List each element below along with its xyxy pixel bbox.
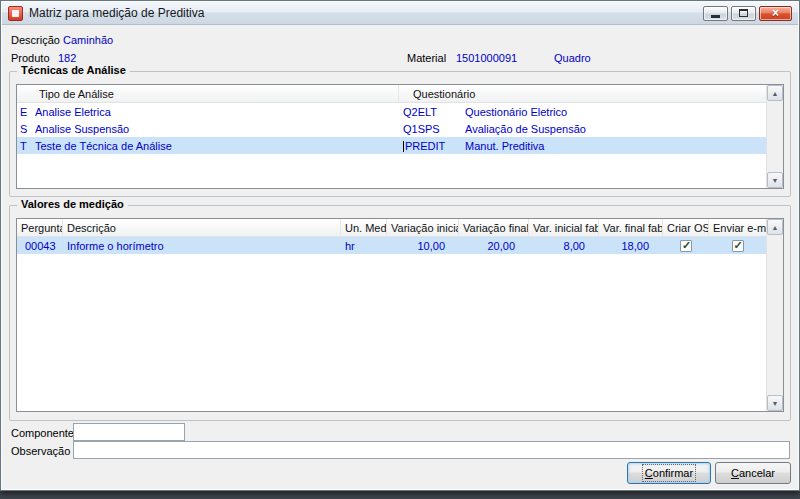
cell-variacao-inicial[interactable]: 10,00 [387,240,459,252]
column-header-var-inicial-fab[interactable]: Var. inicial fab. [529,219,599,237]
componente-input[interactable] [73,423,185,441]
cell-questionario-descricao[interactable]: Manut. Preditiva [461,140,766,152]
window-title: Matriz para medição de Preditiva [29,6,204,20]
material-value: 1501000091 [456,52,517,64]
material-description: Quadro [554,52,591,64]
column-header-pergunta[interactable]: Pergunta [17,219,63,237]
tecnicas-groupbox: Técnicas de Análise Tipo de Análise Ques… [9,71,791,197]
componente-label: Componente [11,427,74,439]
cell-analise[interactable]: Analise Eletrica [31,106,399,118]
arrow-up-icon: ▲ [772,90,779,97]
cell-questionario-descricao[interactable]: Avaliação de Suspensão [461,123,766,135]
cell-tipo[interactable]: E [17,106,31,118]
cell-analise[interactable]: Teste de Técnica de Análise [31,140,399,152]
close-icon: × [772,7,779,19]
descricao-value: Caminhão [63,34,113,46]
produto-value: 182 [58,52,76,64]
vertical-scrollbar[interactable]: ▲ ▼ [766,85,783,188]
tecnica-row[interactable]: E Analise Eletrica Q2ELT Questionário El… [17,103,766,120]
cancel-button-label: Cancelar [731,467,775,479]
cell-analise[interactable]: Analise Suspensão [31,123,399,135]
cell-tipo[interactable]: S [17,123,31,135]
column-header-var-final-fab[interactable]: Var. final fab. [599,219,663,237]
close-button[interactable]: × [759,6,792,21]
column-header-questionario[interactable]: Questionário [399,85,766,103]
column-header-criar-os[interactable]: Criar OS [663,219,709,237]
scroll-down-button[interactable]: ▼ [767,172,783,188]
criar-os-checkbox[interactable] [680,240,692,252]
maximize-icon [739,9,748,17]
cell-questionario-codigo[interactable]: Q2ELT [399,106,461,118]
cell-variacao-final[interactable]: 20,00 [459,240,529,252]
tecnica-row[interactable]: T Teste de Técnica de Análise PREDIT Man… [17,137,766,154]
cell-criar-os[interactable] [663,240,709,252]
tecnica-row[interactable]: S Analise Suspensão Q1SPS Avaliação de S… [17,120,766,137]
confirm-button-label: Confirmar [645,467,693,479]
dialog-window: Matriz para medição de Preditiva × Descr… [0,0,800,491]
cell-un-med[interactable]: hr [341,240,387,252]
column-header-tipo-analise[interactable]: Tipo de Análise [17,85,399,103]
cell-var-inicial-fab[interactable]: 8,00 [529,240,599,252]
enviar-email-checkbox[interactable] [732,240,744,252]
descricao-label: Descrição [11,34,60,46]
cell-questionario-descricao[interactable]: Questionário Eletrico [461,106,766,118]
scroll-up-button[interactable]: ▲ [767,85,783,101]
column-header-un-med[interactable]: Un. Med. [341,219,387,237]
confirm-button[interactable]: Confirmar [627,462,711,484]
cell-descricao[interactable]: Informe o horímetro [63,240,341,252]
tecnicas-table-header: Tipo de Análise Questionário [17,85,766,103]
arrow-down-icon: ▼ [772,177,779,184]
tecnicas-group-title: Técnicas de Análise [17,64,130,76]
cell-tipo[interactable]: T [17,140,31,152]
minimize-icon [711,15,720,18]
arrow-down-icon: ▼ [772,400,779,407]
cell-questionario-codigo[interactable]: Q1SPS [399,123,461,135]
minimize-button[interactable] [703,6,728,21]
cell-enviar-email[interactable] [709,240,766,252]
edit-caret [403,141,404,152]
cell-questionario-codigo-text: PREDIT [405,140,445,152]
arrow-up-icon: ▲ [772,224,779,231]
window-controls: × [703,6,792,21]
titlebar[interactable]: Matriz para medição de Preditiva × [2,2,798,25]
cell-var-final-fab[interactable]: 18,00 [599,240,663,252]
observacao-label: Observação [11,445,70,457]
valores-table-header: Pergunta Descrição Un. Med. Variação ini… [17,219,766,237]
app-icon [8,6,23,21]
valores-group-title: Valores de medição [17,198,128,210]
tecnicas-table: Tipo de Análise Questionário E Analise E… [16,84,784,189]
vertical-scrollbar[interactable]: ▲ ▼ [766,219,783,411]
column-header-variacao-final[interactable]: Variação final [459,219,529,237]
column-header-descricao[interactable]: Descrição [63,219,341,237]
cell-questionario-codigo[interactable]: PREDIT [399,140,461,152]
column-header-variacao-inicial[interactable]: Variação inicial [387,219,459,237]
material-label: Material [407,52,446,64]
valores-groupbox: Valores de medição Pergunta Descrição Un… [9,205,791,421]
observacao-input[interactable] [73,441,790,459]
scroll-down-button[interactable]: ▼ [767,395,783,411]
scroll-up-button[interactable]: ▲ [767,219,783,235]
valores-table: Pergunta Descrição Un. Med. Variação ini… [16,218,784,412]
produto-label: Produto [11,52,50,64]
maximize-button[interactable] [731,6,756,21]
valor-row[interactable]: 00043 Informe o horímetro hr 10,00 20,00… [17,237,766,254]
cell-pergunta[interactable]: 00043 [17,240,63,252]
cancel-button[interactable]: Cancelar [715,462,791,484]
